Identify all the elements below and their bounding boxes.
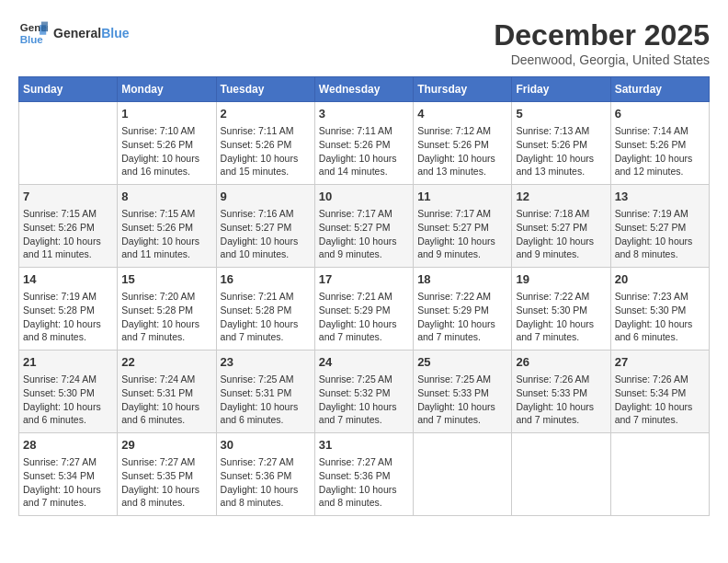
- day-info: and 6 minutes.: [221, 413, 311, 427]
- day-number: 6: [615, 106, 705, 122]
- day-info: Sunset: 5:27 PM: [417, 221, 507, 235]
- day-number: 12: [516, 189, 606, 205]
- day-number: 21: [23, 354, 113, 371]
- title-block: December 2025 Deenwood, Georgia, United …: [494, 18, 710, 67]
- day-info: Sunrise: 7:15 AM: [23, 207, 113, 221]
- day-info: and 7 minutes.: [319, 413, 409, 427]
- day-info: and 9 minutes.: [417, 247, 507, 261]
- calendar-cell: [512, 433, 610, 516]
- day-info: and 6 minutes.: [121, 413, 211, 427]
- day-info: and 7 minutes.: [121, 330, 211, 344]
- calendar-cell: 21Sunrise: 7:24 AMSunset: 5:30 PMDayligh…: [19, 350, 118, 433]
- day-info: and 7 minutes.: [417, 413, 507, 427]
- day-info: and 9 minutes.: [516, 247, 606, 261]
- calendar-cell: 18Sunrise: 7:22 AMSunset: 5:29 PMDayligh…: [414, 268, 512, 350]
- day-info: Daylight: 10 hours: [23, 235, 113, 248]
- day-info: Sunrise: 7:25 AM: [417, 373, 507, 386]
- day-info: Sunrise: 7:17 AM: [319, 207, 409, 221]
- calendar-week-row: 1Sunrise: 7:10 AMSunset: 5:26 PMDaylight…: [19, 102, 710, 185]
- day-info: and 10 minutes.: [221, 247, 311, 261]
- day-info: Daylight: 10 hours: [615, 235, 705, 248]
- calendar-cell: 5Sunrise: 7:13 AMSunset: 5:26 PMDaylight…: [512, 102, 610, 185]
- day-info: and 14 minutes.: [319, 165, 409, 178]
- day-info: Sunrise: 7:11 AM: [221, 124, 311, 138]
- day-number: 26: [516, 354, 606, 371]
- day-info: Sunrise: 7:22 AM: [516, 290, 606, 304]
- calendar-cell: 6Sunrise: 7:14 AMSunset: 5:26 PMDaylight…: [610, 102, 709, 185]
- day-number: 5: [516, 106, 606, 122]
- page-header: General Blue GeneralBlue December 2025 D…: [18, 18, 710, 67]
- day-info: Sunset: 5:30 PM: [23, 386, 113, 400]
- day-info: Daylight: 10 hours: [516, 317, 606, 331]
- day-info: and 7 minutes.: [23, 496, 113, 510]
- day-number: 20: [615, 271, 705, 288]
- day-info: and 13 minutes.: [516, 165, 606, 178]
- day-number: 16: [221, 271, 311, 288]
- day-number: 9: [221, 189, 311, 205]
- day-info: Daylight: 10 hours: [417, 235, 507, 248]
- calendar-cell: 25Sunrise: 7:25 AMSunset: 5:33 PMDayligh…: [414, 350, 512, 433]
- day-info: Sunset: 5:27 PM: [615, 221, 705, 235]
- day-info: Sunset: 5:26 PM: [221, 138, 311, 152]
- day-info: Sunset: 5:28 PM: [23, 304, 113, 317]
- location: Deenwood, Georgia, United States: [494, 52, 710, 67]
- day-info: Sunrise: 7:10 AM: [121, 124, 211, 138]
- calendar-cell: 12Sunrise: 7:18 AMSunset: 5:27 PMDayligh…: [512, 185, 610, 268]
- calendar-week-row: 14Sunrise: 7:19 AMSunset: 5:28 PMDayligh…: [19, 268, 710, 350]
- day-info: Daylight: 10 hours: [23, 400, 113, 414]
- month-title: December 2025: [494, 18, 710, 52]
- day-info: Sunrise: 7:14 AM: [615, 124, 705, 138]
- day-info: Sunset: 5:27 PM: [516, 221, 606, 235]
- day-info: Sunset: 5:35 PM: [121, 469, 211, 483]
- logo: General Blue GeneralBlue: [18, 18, 129, 48]
- calendar-cell: 2Sunrise: 7:11 AMSunset: 5:26 PMDaylight…: [216, 102, 314, 185]
- day-info: Sunset: 5:28 PM: [121, 304, 211, 317]
- day-info: Daylight: 10 hours: [417, 317, 507, 331]
- col-header-sunday: Sunday: [19, 77, 118, 102]
- day-number: 27: [615, 354, 705, 371]
- day-info: Sunset: 5:31 PM: [121, 386, 211, 400]
- day-number: 13: [615, 189, 705, 205]
- calendar-cell: 28Sunrise: 7:27 AMSunset: 5:34 PMDayligh…: [19, 433, 118, 516]
- day-info: Sunrise: 7:11 AM: [319, 124, 409, 138]
- day-info: Daylight: 10 hours: [516, 400, 606, 414]
- day-number: 17: [319, 271, 409, 288]
- day-info: Daylight: 10 hours: [319, 317, 409, 331]
- day-info: and 8 minutes.: [23, 330, 113, 344]
- day-info: Daylight: 10 hours: [615, 152, 705, 166]
- day-info: and 7 minutes.: [615, 413, 705, 427]
- calendar-cell: 26Sunrise: 7:26 AMSunset: 5:33 PMDayligh…: [512, 350, 610, 433]
- day-info: Daylight: 10 hours: [615, 400, 705, 414]
- calendar-cell: 29Sunrise: 7:27 AMSunset: 5:35 PMDayligh…: [118, 433, 216, 516]
- day-info: and 16 minutes.: [121, 165, 211, 178]
- calendar-cell: 15Sunrise: 7:20 AMSunset: 5:28 PMDayligh…: [118, 268, 216, 350]
- day-number: 15: [121, 271, 211, 288]
- day-info: Sunrise: 7:26 AM: [516, 373, 606, 386]
- calendar-cell: 30Sunrise: 7:27 AMSunset: 5:36 PMDayligh…: [216, 433, 314, 516]
- day-info: Daylight: 10 hours: [615, 317, 705, 331]
- day-info: Sunrise: 7:24 AM: [23, 373, 113, 386]
- svg-marker-3: [41, 22, 48, 32]
- day-info: Sunset: 5:31 PM: [221, 386, 311, 400]
- day-info: Sunrise: 7:22 AM: [417, 290, 507, 304]
- day-info: Daylight: 10 hours: [23, 483, 113, 497]
- day-number: 24: [319, 354, 409, 371]
- day-info: Daylight: 10 hours: [221, 317, 311, 331]
- calendar-week-row: 28Sunrise: 7:27 AMSunset: 5:34 PMDayligh…: [19, 433, 710, 516]
- day-info: Sunset: 5:26 PM: [615, 138, 705, 152]
- day-info: Daylight: 10 hours: [23, 317, 113, 331]
- day-info: Sunset: 5:33 PM: [417, 386, 507, 400]
- day-info: Sunrise: 7:16 AM: [221, 207, 311, 221]
- day-info: Daylight: 10 hours: [121, 317, 211, 331]
- day-info: Daylight: 10 hours: [221, 483, 311, 497]
- day-number: 7: [23, 189, 113, 205]
- day-info: and 7 minutes.: [516, 413, 606, 427]
- calendar-week-row: 21Sunrise: 7:24 AMSunset: 5:30 PMDayligh…: [19, 350, 710, 433]
- col-header-thursday: Thursday: [414, 77, 512, 102]
- day-info: and 15 minutes.: [221, 165, 311, 178]
- day-number: 8: [121, 189, 211, 205]
- day-info: and 11 minutes.: [121, 247, 211, 261]
- day-info: and 6 minutes.: [23, 413, 113, 427]
- calendar-cell: 8Sunrise: 7:15 AMSunset: 5:26 PMDaylight…: [118, 185, 216, 268]
- day-info: Sunrise: 7:23 AM: [615, 290, 705, 304]
